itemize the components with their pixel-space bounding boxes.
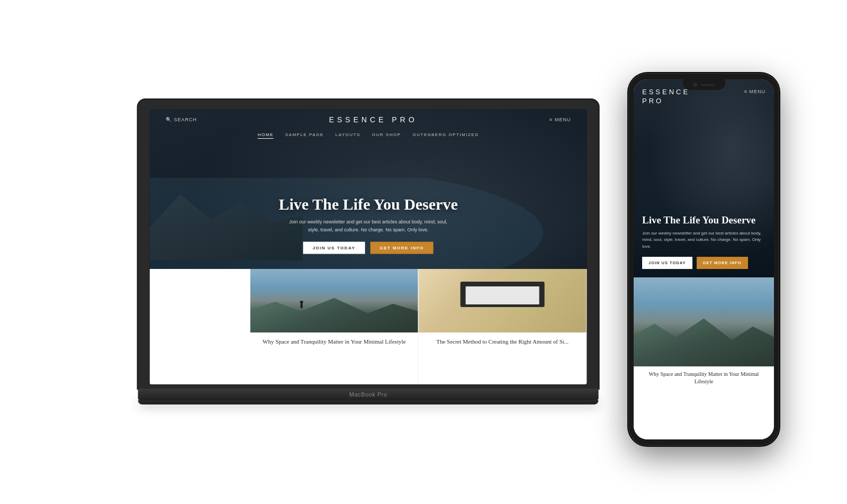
site-title: ESSENCE PRO [329, 115, 417, 124]
get-more-info-button[interactable]: GET MORE INFO [370, 242, 434, 254]
laptop-screen: 🔍 SEARCH ESSENCE PRO ≡ MENU HOM [150, 109, 587, 384]
nav-home[interactable]: HOME [258, 132, 274, 139]
laptop-device: 🔍 SEARCH ESSENCE PRO ≡ MENU HOM [138, 100, 599, 404]
blog-cards-row: Why Space and Tranquility Matter in Your… [150, 269, 587, 384]
join-us-today-button[interactable]: JOIN US TODAY [303, 242, 365, 254]
laptop-website: 🔍 SEARCH ESSENCE PRO ≡ MENU HOM [150, 109, 587, 384]
card-2-content: The Secret Method to Creating the Right … [419, 332, 587, 351]
site-header: 🔍 SEARCH ESSENCE PRO ≡ MENU HOM [150, 109, 587, 143]
phone-blog: Why Space and Tranquility Matter in Your… [634, 277, 774, 439]
hero-cta-group: JOIN US TODAY GET MORE INFO [215, 242, 521, 254]
phone-camera [693, 83, 697, 87]
nav-sample-page[interactable]: SAMPLE PAGE [285, 132, 324, 139]
phone-bezel: ESSENCEPRO ≡ MENU Live The Life You Dese… [628, 73, 779, 446]
menu-icon: ≡ [549, 117, 553, 122]
phone-hero-subtitle: Join our weekly newsletter and get our b… [642, 230, 765, 250]
phone-site-title: ESSENCEPRO [642, 88, 690, 106]
scene: 🔍 SEARCH ESSENCE PRO ≡ MENU HOM [0, 0, 847, 504]
card-2-image [419, 269, 587, 332]
nav-gutenberg[interactable]: GUTENBERG OPTIMIZED [412, 132, 479, 139]
phone-notch [683, 79, 725, 90]
laptop-base: MacBook Pro [138, 389, 599, 400]
phone-get-more-button[interactable]: GET MORE INFO [697, 257, 748, 269]
card-1-content: Why Space and Tranquility Matter in Your… [250, 332, 418, 351]
phone-screen: ESSENCEPRO ≡ MENU Live The Life You Dese… [634, 79, 774, 439]
phone-hero: ESSENCEPRO ≡ MENU Live The Life You Dese… [634, 79, 774, 277]
hero-content: Live The Life You Deserve Join our weekl… [215, 195, 521, 254]
main-nav: HOME SAMPLE PAGE LAYOUTS OUR SHOP GUTENB… [258, 128, 479, 143]
header-top-row: 🔍 SEARCH ESSENCE PRO ≡ MENU [150, 115, 587, 128]
search-button[interactable]: 🔍 SEARCH [166, 117, 197, 122]
hero-subtitle: Join our weekly newsletter and get our b… [289, 218, 448, 233]
search-icon: 🔍 [166, 117, 172, 122]
phone-speaker [700, 84, 715, 86]
phone-card-image [634, 277, 774, 366]
laptop-foot [138, 400, 599, 404]
phone-website: ESSENCEPRO ≡ MENU Live The Life You Dese… [634, 79, 774, 439]
card-1-image [250, 269, 418, 332]
phone-menu-button[interactable]: ≡ MENU [744, 88, 765, 94]
blog-card-1[interactable]: Why Space and Tranquility Matter in Your… [250, 269, 419, 384]
phone-join-us-button[interactable]: JOIN US TODAY [642, 257, 692, 269]
card-2-title: The Secret Method to Creating the Right … [426, 338, 579, 346]
phone-hero-title: Live The Life You Deserve [642, 214, 765, 226]
nav-our-shop[interactable]: OUR SHOP [372, 132, 401, 139]
person-silhouette [301, 303, 303, 308]
phone-menu-label: ≡ MENU [744, 89, 765, 94]
phone-hero-content: Live The Life You Deserve Join our weekl… [634, 214, 774, 269]
menu-label[interactable]: MENU [555, 117, 571, 122]
card-1-title: Why Space and Tranquility Matter in Your… [258, 338, 411, 346]
phone-device: ESSENCEPRO ≡ MENU Live The Life You Dese… [628, 73, 779, 446]
phone-card-title: Why Space and Tranquility Matter in Your… [634, 366, 774, 390]
laptop-label: MacBook Pro [349, 391, 388, 398]
search-label[interactable]: SEARCH [174, 117, 197, 122]
laptop-bezel: 🔍 SEARCH ESSENCE PRO ≡ MENU HOM [138, 100, 599, 389]
blog-card-empty [150, 269, 250, 384]
menu-button[interactable]: ≡ MENU [549, 117, 571, 122]
blog-card-2[interactable]: The Secret Method to Creating the Right … [419, 269, 587, 384]
nav-layouts[interactable]: LAYOUTS [336, 132, 361, 139]
hero-title: Live The Life You Deserve [215, 195, 521, 213]
phone-hero-buttons: JOIN US TODAY GET MORE INFO [642, 257, 765, 269]
